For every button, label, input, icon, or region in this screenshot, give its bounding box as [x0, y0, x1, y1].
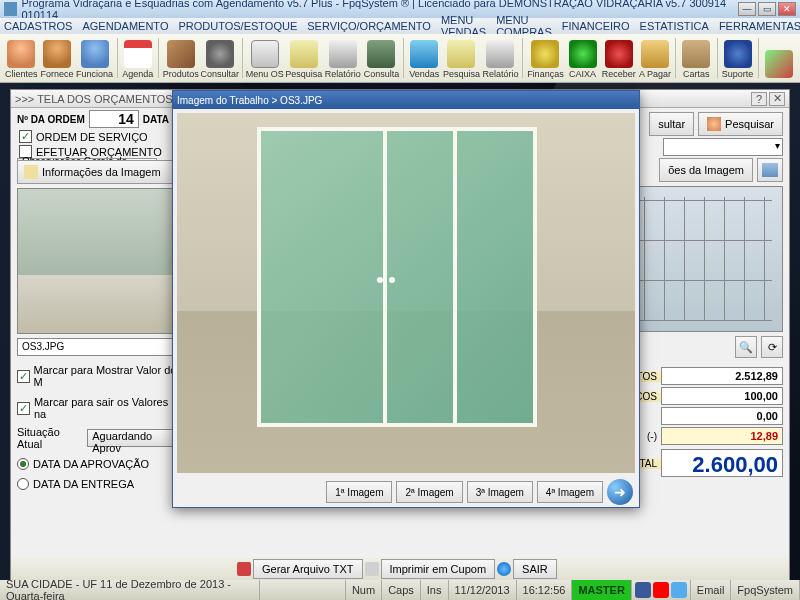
panel-close-button[interactable]: ✕ [769, 92, 785, 106]
vendas-icon [410, 40, 438, 68]
sair-button[interactable]: SAIR [513, 559, 557, 579]
toolbar-consultar[interactable]: Consultar [201, 36, 239, 81]
refresh-icon: ⟳ [768, 341, 777, 354]
pesquisa-icon [447, 40, 475, 68]
menu-item[interactable]: ESTATISTICA [640, 20, 709, 32]
menu-item[interactable]: FERRAMENTAS [719, 20, 800, 32]
next-image-button[interactable]: ➜ [607, 479, 633, 505]
situacao-select[interactable]: Aguardando Aprov [87, 429, 183, 447]
zoom-button[interactable]: 🔍 [735, 336, 757, 358]
marcar-sair-checkbox[interactable]: ✓ [17, 402, 30, 415]
imagem-3-button[interactable]: 3ª Imagem [467, 481, 533, 503]
finanças-icon [531, 40, 559, 68]
menu-item[interactable]: SERVIÇO/ORÇAMENTO [307, 20, 431, 32]
menubar: CADASTROS AGENDAMENTO PRODUTOS/ESTOQUE S… [0, 18, 800, 34]
data-entrega-radio[interactable] [17, 478, 29, 490]
toolbar: ClientesForneceFuncionaAgendaProdutosCon… [0, 34, 800, 83]
funciona-icon [81, 40, 109, 68]
toolbar-consulta[interactable]: Consulta [363, 36, 401, 81]
imagem-1-button[interactable]: 1ª Imagem [326, 481, 392, 503]
status-ins: Ins [421, 580, 449, 600]
magnifier-icon: 🔍 [739, 341, 753, 354]
thumbnail-left[interactable] [17, 188, 183, 334]
txt-icon [237, 562, 251, 576]
status-fpq[interactable]: FpqSystem [731, 580, 800, 600]
toolbar-pesquisa[interactable]: Pesquisa [285, 36, 323, 81]
toolbar-agenda[interactable]: Agenda [120, 36, 154, 81]
receber-icon [605, 40, 633, 68]
total-servicos: 100,00 [661, 387, 783, 405]
menu os-icon [251, 40, 279, 68]
imagem-2-button[interactable]: 2ª Imagem [396, 481, 462, 503]
twitter-icon[interactable] [671, 582, 687, 598]
exit-icon [765, 50, 793, 78]
facebook-icon[interactable] [635, 582, 651, 598]
data-aprovacao-radio[interactable] [17, 458, 29, 470]
maximize-button[interactable]: ▭ [758, 2, 776, 16]
toolbar-suporte[interactable]: Suporte [720, 36, 754, 81]
caixa-icon [569, 40, 597, 68]
cartas-icon [682, 40, 710, 68]
a pagar-icon [641, 40, 669, 68]
toolbar-vendas[interactable]: Vendas [407, 36, 441, 81]
status-email[interactable]: Email [691, 580, 732, 600]
imprimir-cupom-button[interactable]: Imprimir em Cupom [381, 559, 496, 579]
toolbar-cartas[interactable]: Cartas [679, 36, 713, 81]
toolbar-receber[interactable]: Receber [601, 36, 637, 81]
grand-total: 2.600,00 [661, 449, 783, 477]
menu-item[interactable]: AGENDAMENTO [82, 20, 168, 32]
menu-item[interactable]: CADASTROS [4, 20, 72, 32]
toolbar-relatório[interactable]: Relatório [481, 36, 519, 81]
print-button[interactable] [757, 158, 783, 182]
toolbar-exit[interactable] [762, 36, 796, 81]
modal-title: Imagem do Trabalho > OS3.JPG [173, 91, 639, 109]
toolbar-caixa[interactable]: CAIXA [565, 36, 599, 81]
status-master: MASTER [572, 580, 631, 600]
pesquisar-button[interactable]: Pesquisar [698, 112, 783, 136]
consultar-button[interactable]: sultar [649, 112, 694, 136]
close-button[interactable]: ✕ [778, 2, 796, 16]
search-icon [707, 117, 721, 131]
refresh-button[interactable]: ⟳ [761, 336, 783, 358]
oes-imagem-button[interactable]: ões da Imagem [659, 158, 753, 182]
ordem-label: Nº DA ORDEM [17, 114, 85, 125]
printer-icon [762, 163, 778, 177]
pesquisa-icon [290, 40, 318, 68]
minimize-button[interactable]: — [738, 2, 756, 16]
toolbar-funciona[interactable]: Funciona [76, 36, 114, 81]
toolbar-finanças[interactable]: Finanças [526, 36, 564, 81]
total-produtos: 2.512,89 [661, 367, 783, 385]
toolbar-a pagar[interactable]: A Pagar [638, 36, 672, 81]
toolbar-fornece[interactable]: Fornece [40, 36, 75, 81]
ordem-input[interactable]: 14 [89, 110, 139, 128]
image-modal: Imagem do Trabalho > OS3.JPG 1ª Imagem 2… [172, 90, 640, 508]
cupom-icon [365, 562, 379, 576]
suporte-icon [724, 40, 752, 68]
toolbar-pesquisa[interactable]: Pesquisa [442, 36, 480, 81]
menu-item[interactable]: PRODUTOS/ESTOQUE [178, 20, 297, 32]
toolbar-clientes[interactable]: Clientes [4, 36, 39, 81]
data-label: DATA [143, 114, 169, 125]
ordem-servico-checkbox[interactable]: ✓ [19, 130, 32, 143]
modal-image [177, 113, 635, 473]
relatório-icon [486, 40, 514, 68]
panel-help-button[interactable]: ? [751, 92, 767, 106]
imagem-4-button[interactable]: 4ª Imagem [537, 481, 603, 503]
gerar-txt-button[interactable]: Gerar Arquivo TXT [253, 559, 363, 579]
menu-item[interactable]: FINANCEIRO [562, 20, 630, 32]
youtube-icon[interactable] [653, 582, 669, 598]
consulta-icon [367, 40, 395, 68]
app-icon [4, 2, 17, 16]
titlebar: Programa Vidraçaria e Esquadrias com Age… [0, 0, 800, 18]
sair-icon [497, 562, 511, 576]
toolbar-relatório[interactable]: Relatório [324, 36, 362, 81]
status-time: 16:12:56 [517, 580, 573, 600]
toolbar-produtos[interactable]: Produtos [162, 36, 200, 81]
filename-field[interactable]: OS3.JPG [17, 338, 183, 356]
toolbar-menu os[interactable]: Menu OS [246, 36, 284, 81]
info-imagem-button[interactable]: Informações da Imagem [17, 160, 183, 184]
dropdown-select[interactable] [663, 138, 783, 156]
marcar-valor-checkbox[interactable]: ✓ [17, 370, 30, 383]
status-caps: Caps [382, 580, 421, 600]
fornece-icon [43, 40, 71, 68]
